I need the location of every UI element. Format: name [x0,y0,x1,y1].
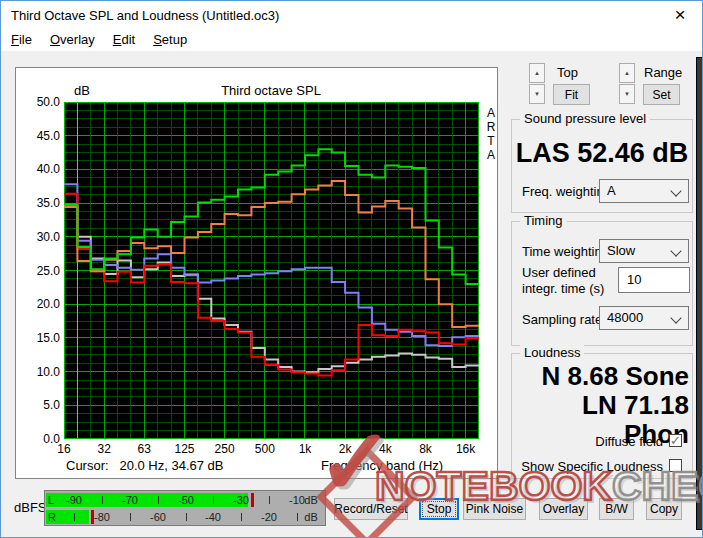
time-weighting-value: Slow [607,243,635,258]
meter-tick [269,496,270,504]
freq-weighting-label: Freq. weighting [522,184,611,199]
chevron-down-icon [670,245,681,256]
spl-group-legend: Sound pressure level [520,111,650,126]
x-tick-label: 1k [287,442,323,456]
meter-scale-label: -80 [89,511,115,523]
stop-button[interactable]: Stop [419,498,459,520]
integr-time-label-2: integr. time (s) [522,281,604,296]
top-label: Top [557,65,578,80]
meter-tick [158,496,159,504]
spl-value: LAS 52.46 dB [511,138,693,169]
timing-group-legend: Timing [520,213,567,228]
arta-signature: ARTA [484,106,498,162]
show-specific-loudness-label: Show Specific Loudness [501,459,663,474]
y-tick-label: 35.0 [20,196,60,210]
meter-channel-label: R [48,511,56,523]
meter-tick [102,496,103,504]
copy-button[interactable]: Copy [646,498,682,520]
chevron-down-icon [670,185,681,196]
freq-weighting-value: A [607,183,616,198]
y-tick-label: 40.0 [20,162,60,176]
meter-scale-label: -30 [228,494,254,506]
button-label: Pink Noise [466,501,523,517]
menu-item-setup[interactable]: Setup [147,29,193,50]
loudness-group-legend: Loudness [520,345,584,360]
app-window: Third Octave SPL and Loudness (Untitled.… [0,0,703,538]
meter-scale-label: -90 [61,494,87,506]
freq-weighting-select[interactable]: A [599,179,689,203]
y-tick-label: 5.0 [20,398,60,412]
set-button-label: Set [646,87,677,102]
spectrum-plot[interactable] [64,102,479,439]
y-tick-label: 25.0 [20,264,60,278]
x-tick-label: 63 [126,442,162,456]
window-title: Third Octave SPL and Loudness (Untitled.… [11,8,279,23]
time-weighting-label: Time weighting [522,244,609,259]
fit-button[interactable]: Fit [553,84,590,105]
cursor-readout: Cursor: 20.0 Hz, 34.67 dB [66,458,224,473]
close-icon[interactable]: × [668,3,692,27]
x-tick-label: 2k [327,442,363,456]
dbfs-label: dBFS [14,500,47,515]
set-button[interactable]: Set [643,84,680,105]
integr-time-label-1: User defined [522,265,596,280]
chart-title: Third octave SPL [166,83,376,98]
x-tick-label: 4k [367,442,403,456]
menu-item-file[interactable]: File [5,29,38,50]
range-spin-down-icon[interactable]: ▼ [619,84,635,104]
sampling-rate-value: 48000 [607,310,643,325]
meter-scale-label: -20 [256,511,282,523]
check-icon: ✓ [670,433,681,448]
chevron-down-icon [670,312,681,323]
x-tick-label: 500 [247,442,283,456]
meter-scale-label: -50 [173,494,199,506]
overlay-button[interactable]: Overlay [539,498,588,520]
button-label: Record/Reset [337,501,405,517]
top-spin-down-icon[interactable]: ▼ [529,84,545,104]
meter-scale-label: -70 [117,494,143,506]
y-tick-label: 10.0 [20,365,60,379]
button-label: Stop [422,501,456,517]
chart-panel: dB Third octave SPL ARTA Cursor: 20.0 Hz… [15,67,498,479]
button-label: Copy [649,501,679,517]
b-w-button[interactable]: B/W [599,498,634,520]
pink-noise-button[interactable]: Pink Noise [463,498,526,520]
meter-unit-label: dB [298,494,324,506]
integr-time-input[interactable]: 10 [618,267,690,293]
meter-tick [186,513,187,521]
loudness-n-value: N 8.68 Sone [511,362,689,391]
spectrum-svg [64,102,479,439]
menu-item-overlay[interactable]: Overlay [44,29,101,50]
y-tick-label: 30.0 [20,230,60,244]
meter-tick [241,513,242,521]
meter-scale-label: -40 [200,511,226,523]
menu-item-edit[interactable]: Edit [107,29,141,50]
button-label: B/W [602,501,631,517]
top-spin-up-icon[interactable]: ▲ [529,63,545,83]
record-reset-button[interactable]: Record/Reset [334,498,408,520]
button-label: Overlay [542,501,585,517]
sampling-rate-select[interactable]: 48000 [599,306,689,330]
range-spin-up-icon[interactable]: ▲ [619,63,635,83]
y-axis-unit-label: dB [74,83,90,98]
range-spinner: ▲ ▼ [619,63,635,105]
x-tick-label: 32 [86,442,122,456]
diffuse-field-checkbox[interactable]: ✓ [669,434,682,447]
top-spinner: ▲ ▼ [529,63,545,105]
level-meter: L-90-70-50-30-10dBR-80-60-40-20dB [44,490,326,526]
x-tick-label: 125 [167,442,203,456]
y-tick-label: 45.0 [20,129,60,143]
diffuse-field-label: Diffuse field [511,434,663,449]
x-tick-label: 16k [448,442,484,456]
meter-unit-label: dB [298,511,324,523]
title-bar: Third Octave SPL and Loudness (Untitled.… [1,1,702,29]
meter-channel-label: L [48,494,54,506]
x-tick-label: 8k [408,442,444,456]
fit-button-label: Fit [556,87,587,102]
y-tick-label: 50.0 [20,95,60,109]
show-specific-loudness-checkbox[interactable] [669,459,682,472]
time-weighting-select[interactable]: Slow [599,239,689,263]
meter-tick [213,496,214,504]
y-tick-label: 15.0 [20,331,60,345]
meter-scale-label: -60 [145,511,171,523]
